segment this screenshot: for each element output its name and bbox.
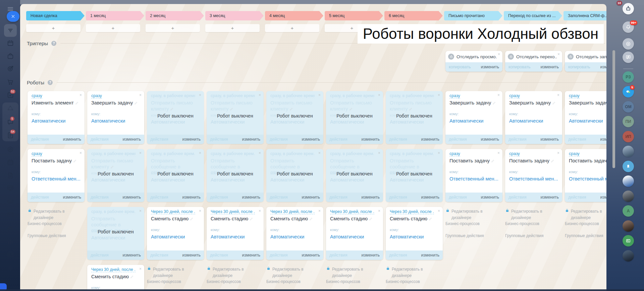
edit-icon[interactable]	[429, 217, 432, 221]
edit-button[interactable]: изменить	[63, 137, 81, 142]
copy-button[interactable]: копировать	[449, 65, 471, 69]
close-icon[interactable]: ×	[497, 93, 500, 97]
edit-button[interactable]: изменить	[123, 137, 141, 142]
edit-button[interactable]: изменить	[242, 253, 260, 258]
edit-icon[interactable]	[170, 107, 174, 111]
actions-button[interactable]: действия	[329, 137, 347, 142]
sidebar-item-close[interactable]	[7, 11, 19, 22]
pipeline-stage[interactable]: 4 месяц	[265, 11, 323, 20]
actions-button[interactable]: действия	[449, 137, 467, 142]
rail-bot-avatar[interactable]	[623, 3, 634, 14]
close-icon[interactable]: ×	[318, 151, 321, 155]
pipeline-stage[interactable]: 2 месяц	[146, 11, 204, 20]
pipeline-stage[interactable]: 6 месяц	[384, 11, 443, 20]
to-value-link[interactable]: Ответственный мен...	[569, 176, 606, 181]
edit-icon[interactable]	[289, 107, 293, 111]
avatar-user-photo-1[interactable]	[623, 146, 634, 157]
actions-button[interactable]: действия	[210, 253, 228, 258]
help-icon[interactable]: ?	[48, 80, 53, 85]
to-value-link[interactable]: Автоматически	[270, 234, 321, 239]
to-value-link[interactable]: Автоматически	[32, 118, 82, 124]
edit-button[interactable]: изменить	[421, 253, 439, 258]
robot-time-link[interactable]: сразу, в рабочее врем...	[330, 151, 374, 156]
actions-button[interactable]: действия	[389, 253, 407, 258]
edit-button[interactable]: изменить	[421, 137, 439, 142]
actions-button[interactable]: действия	[568, 195, 586, 200]
actions-button[interactable]: действия	[270, 253, 288, 258]
sidebar-item-active-funnel[interactable]	[4, 24, 17, 37]
actions-button[interactable]: действия	[270, 195, 288, 200]
edit-button[interactable]: изменить	[541, 137, 559, 142]
pipeline-stage[interactable]: Переход по ссылке из ...	[504, 11, 562, 20]
edit-button[interactable]: изменить	[302, 253, 320, 258]
close-icon[interactable]: ×	[139, 267, 142, 271]
edit-icon[interactable]	[309, 217, 313, 221]
edit-button[interactable]: изменить	[541, 195, 559, 200]
actions-button[interactable]: действия	[150, 137, 168, 142]
edit-button[interactable]: изменить	[302, 137, 320, 142]
edit-icon[interactable]	[73, 159, 77, 163]
robot-time-link[interactable]: Через 30 дней, после ...	[151, 209, 195, 214]
edit-icon[interactable]	[110, 165, 114, 169]
sidebar-item-document[interactable]	[7, 172, 14, 179]
edit-button[interactable]: изменить	[302, 195, 320, 200]
to-value-link[interactable]: Автоматически	[91, 118, 142, 124]
close-icon[interactable]: ×	[199, 209, 201, 213]
robot-time-link[interactable]: Через 30 дней, после ...	[91, 267, 136, 272]
sidebar-item-calendar-grid[interactable]	[7, 159, 14, 166]
edit-icon[interactable]	[551, 159, 554, 163]
edit-button[interactable]: изменить	[182, 253, 201, 258]
edit-icon[interactable]	[409, 107, 413, 111]
add-robot-button[interactable]: +	[146, 24, 200, 32]
robot-time-link[interactable]: сразу	[569, 93, 580, 98]
edit-button[interactable]: изменить	[600, 137, 606, 142]
edit-icon[interactable]	[492, 101, 496, 105]
edit-icon[interactable]	[75, 101, 79, 105]
to-value-link[interactable]: Ответственный мен...	[32, 176, 82, 181]
edit-button[interactable]: изменить	[242, 195, 260, 200]
close-icon[interactable]: ×	[498, 52, 500, 57]
sidebar-item-integrations[interactable]	[7, 105, 14, 112]
sidebar-item-contact-card[interactable]	[7, 251, 14, 258]
edit-icon[interactable]	[134, 101, 138, 105]
robot-time-link[interactable]: сразу, в рабочее время	[330, 93, 374, 98]
robot-time-link[interactable]: сразу	[449, 93, 460, 98]
edit-icon[interactable]	[369, 217, 373, 221]
avatar-user-a[interactable]: A	[623, 205, 634, 217]
copy-button[interactable]: копировать	[568, 65, 590, 69]
avatar-user-pi[interactable]: ПИ	[623, 116, 634, 127]
close-icon[interactable]: ×	[438, 151, 440, 155]
to-value-link[interactable]: Автоматически	[569, 118, 606, 124]
actions-button[interactable]: действия	[91, 253, 109, 258]
close-icon[interactable]: ×	[557, 52, 560, 57]
edit-icon[interactable]	[349, 107, 353, 111]
robot-time-link[interactable]: сразу	[449, 151, 460, 156]
help-icon[interactable]: ?	[51, 41, 56, 46]
close-icon[interactable]: ×	[438, 93, 440, 97]
pipeline-stage[interactable]: 5 месяц	[325, 11, 383, 20]
pipeline-stage[interactable]: Новая сделка	[26, 11, 85, 20]
close-icon[interactable]: ×	[199, 151, 201, 155]
edit-button[interactable]: изменить	[481, 65, 499, 69]
close-icon[interactable]: ×	[378, 151, 380, 155]
actions-button[interactable]: действия	[210, 137, 228, 142]
actions-button[interactable]: действия	[150, 253, 168, 258]
edit-button[interactable]: изменить	[481, 137, 499, 142]
sidebar-item-mail[interactable]	[7, 211, 14, 218]
rail-notes[interactable]	[623, 235, 634, 246]
edit-button[interactable]: изменить	[600, 65, 606, 69]
actions-button[interactable]: действия	[91, 195, 109, 200]
to-value-link[interactable]: Автоматически	[390, 234, 440, 239]
sidebar-item-gear[interactable]	[7, 264, 14, 272]
robot-time-link[interactable]: сразу	[32, 151, 42, 156]
actions-button[interactable]: действия	[150, 195, 168, 200]
close-icon[interactable]: ×	[259, 93, 261, 97]
edit-button[interactable]: изменить	[182, 137, 201, 142]
avatar-user-rz[interactable]: РЗ	[623, 71, 634, 83]
add-robot-button[interactable]: +	[86, 24, 140, 32]
to-value-link[interactable]: Ответственный мен...	[509, 176, 559, 181]
actions-button[interactable]: действия	[449, 195, 467, 200]
add-robot-button[interactable]: +	[205, 24, 260, 32]
avatar-user-photo-dog[interactable]	[623, 175, 634, 187]
edit-button[interactable]: изменить	[541, 65, 559, 69]
